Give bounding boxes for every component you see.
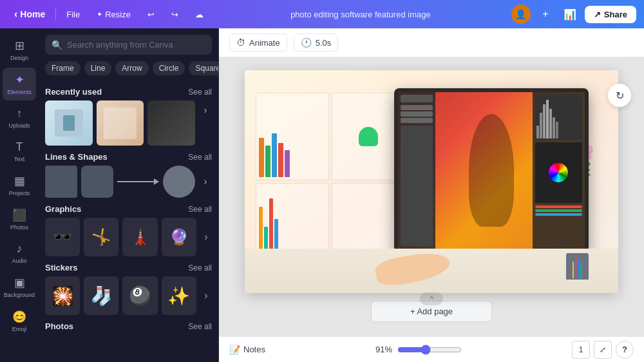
add-collaborator-button[interactable]: +: [536, 5, 555, 24]
zoom-slider[interactable]: [397, 345, 462, 355]
search-input[interactable]: [45, 35, 212, 55]
home-button[interactable]: ‹ Home: [8, 6, 52, 23]
lines-shapes-title: Lines & Shapes: [45, 152, 108, 162]
resize-label: Resize: [105, 10, 131, 19]
stats-button[interactable]: 📊: [560, 5, 580, 24]
recent-item-1[interactable]: [45, 100, 93, 146]
cloud-save-button[interactable]: [189, 7, 210, 22]
recent-item-3[interactable]: [147, 100, 195, 146]
resize-button[interactable]: ✦ Resize: [90, 7, 137, 22]
rotate-icon: ↻: [616, 90, 624, 102]
sidebar-item-elements[interactable]: ✦ Elements: [3, 68, 36, 100]
stickers-header: Stickers See all: [45, 263, 212, 272]
stickers-grid: 🎇 🧦 🎱 ✨ ›: [45, 276, 212, 315]
rounded-square-shape[interactable]: [81, 166, 113, 198]
recent-item-2[interactable]: [97, 100, 144, 146]
graphic-item-3[interactable]: 🗼: [122, 218, 157, 256]
recently-used-header: Recently used See all: [45, 87, 212, 97]
sticker-item-2[interactable]: 🧦: [84, 276, 118, 315]
topbar: ‹ Home File ✦ Resize photo editing softw…: [0, 0, 644, 28]
sidebar-item-uploads[interactable]: ↑ Uploads: [3, 102, 36, 134]
rotate-canvas-button[interactable]: ↻: [608, 84, 631, 107]
animate-label: Animate: [249, 38, 280, 48]
emoji-icon: 😊: [12, 310, 26, 324]
background-icon: ▣: [14, 276, 25, 290]
elements-icon: ✦: [15, 73, 24, 87]
sidebar-item-emoji[interactable]: 😊 Emoji: [3, 305, 36, 338]
shapes-next[interactable]: ›: [199, 172, 212, 191]
home-label: Home: [20, 9, 45, 19]
notes-icon: 📝: [229, 345, 240, 355]
sidebar-item-text[interactable]: T Text: [3, 135, 36, 167]
lines-shapes-see-all[interactable]: See all: [188, 153, 212, 162]
recent-items-next[interactable]: ›: [199, 100, 212, 120]
share-button[interactable]: ↗ Share: [585, 6, 636, 23]
notes-button[interactable]: 📝 Notes: [229, 345, 265, 355]
duration-button[interactable]: 🕐 5.0s: [294, 33, 339, 52]
graphics-see-all[interactable]: See all: [188, 205, 212, 214]
question-icon: ?: [622, 345, 627, 354]
canvas-area: ⏱ Animate 🕐 5.0s: [219, 28, 644, 362]
expand-button[interactable]: ⤢: [594, 341, 612, 359]
graphic-item-1[interactable]: 🕶️: [45, 218, 80, 256]
share-label: Share: [604, 10, 627, 19]
square-shape[interactable]: [45, 166, 77, 198]
bars-icon: 📊: [564, 8, 576, 21]
photos-see-all[interactable]: See all: [188, 322, 212, 331]
tag-arrow[interactable]: Arrow: [115, 61, 148, 75]
sidebar-item-projects[interactable]: ▦ Projects: [3, 169, 36, 202]
zoom-percent: 91%: [375, 345, 392, 354]
filter-tags: Frame Line Arrow Circle Square ›: [39, 61, 218, 82]
search-icon: 🔍: [52, 40, 62, 50]
stickers-see-all[interactable]: See all: [188, 263, 212, 272]
undo-button[interactable]: [141, 7, 161, 22]
design-icon: ⊞: [15, 39, 24, 53]
hide-panel-button[interactable]: ^: [420, 292, 443, 305]
animate-icon: ⏱: [236, 37, 245, 48]
stickers-next[interactable]: ›: [200, 286, 212, 305]
graphics-next[interactable]: ›: [200, 227, 212, 247]
recently-used-title: Recently used: [45, 87, 102, 97]
graphics-grid: 🕶️ 🤸 🗼 🔮 ›: [45, 218, 212, 256]
tag-square[interactable]: Square: [189, 61, 218, 75]
file-label: File: [66, 10, 80, 19]
duration-label: 5.0s: [316, 38, 332, 48]
sidebar-item-design[interactable]: ⊞ Design: [3, 33, 36, 66]
tag-circle[interactable]: Circle: [153, 61, 185, 75]
avatar[interactable]: 👤: [511, 5, 531, 24]
arrow-line-shape[interactable]: [117, 178, 159, 185]
sidebar-item-photos[interactable]: ⬛ Photos: [3, 203, 36, 236]
recently-used-grid: ›: [45, 100, 212, 146]
graphics-title: Graphics: [45, 204, 81, 214]
help-button[interactable]: ?: [616, 341, 634, 359]
file-button[interactable]: File: [60, 7, 86, 22]
tag-line[interactable]: Line: [84, 61, 112, 75]
photos-icon: ⬛: [12, 208, 26, 222]
sticker-item-3[interactable]: 🎱: [122, 276, 157, 315]
graphic-item-4[interactable]: 🔮: [162, 218, 196, 256]
main-area: ⊞ Design ✦ Elements ↑ Uploads T Text ▦ P…: [0, 28, 644, 362]
cloud-icon: [195, 10, 204, 19]
graphic-item-2[interactable]: 🤸: [84, 218, 118, 256]
sidebar-item-background[interactable]: ▣ Background: [3, 271, 36, 303]
circle-shape[interactable]: [163, 166, 195, 198]
sticker-item-1[interactable]: 🎇: [45, 276, 80, 315]
left-sidebar: ⊞ Design ✦ Elements ↑ Uploads T Text ▦ P…: [0, 28, 39, 362]
sticker-item-4[interactable]: ✨: [162, 276, 196, 315]
stickers-title: Stickers: [45, 263, 78, 272]
sidebar-item-audio[interactable]: ♪ Audio: [3, 237, 36, 269]
text-icon: T: [16, 140, 23, 154]
animate-button[interactable]: ⏱ Animate: [229, 33, 287, 52]
tag-frame[interactable]: Frame: [45, 61, 80, 75]
redo-icon: [171, 10, 178, 19]
document-title: photo editing software featured image: [290, 10, 431, 19]
recently-used-see-all[interactable]: See all: [188, 88, 212, 97]
canvas-scroll[interactable]: 🌸 🌿: [219, 57, 644, 336]
canvas-page: 🌸 🌿: [245, 70, 618, 293]
lines-shapes-header: Lines & Shapes See all: [45, 152, 212, 162]
page-nav-button[interactable]: 1: [572, 341, 590, 359]
elements-panel: 🔍 Frame Line Arrow Circle Square › Recen…: [39, 28, 219, 362]
redo-button[interactable]: [165, 7, 185, 22]
lines-shapes-grid: ›: [45, 166, 212, 198]
projects-icon: ▦: [14, 174, 25, 188]
